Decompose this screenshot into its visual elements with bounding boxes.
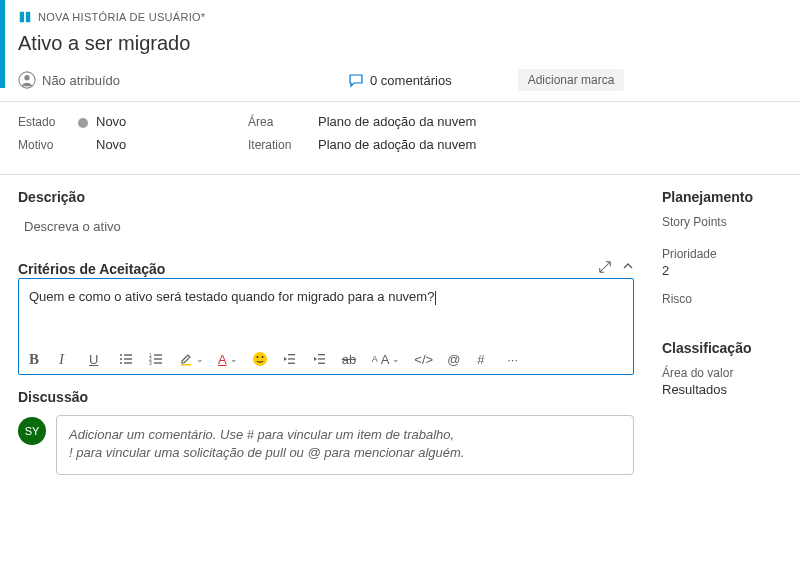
strikethrough-button[interactable]: ab (342, 352, 358, 367)
svg-point-18 (256, 356, 258, 358)
mention-button[interactable]: @ (447, 352, 463, 367)
person-icon (18, 71, 36, 89)
more-button[interactable]: ··· (507, 352, 523, 367)
book-icon (18, 10, 32, 24)
svg-rect-5 (124, 354, 132, 355)
svg-point-3 (24, 75, 29, 80)
bold-button[interactable]: B (29, 351, 45, 368)
svg-rect-11 (154, 354, 162, 355)
reason-field[interactable]: Novo (78, 137, 248, 152)
svg-point-6 (120, 358, 122, 360)
state-value: Novo (96, 114, 126, 129)
chevron-up-icon[interactable] (622, 260, 634, 274)
iteration-field[interactable]: Plano de adoção da nuvem (318, 137, 800, 152)
expand-icon[interactable] (598, 260, 612, 274)
font-size-button[interactable]: AA⌄ (372, 352, 401, 367)
svg-rect-15 (154, 362, 162, 363)
avatar: SY (18, 417, 46, 445)
comment-input[interactable]: Adicionar um comentário. Use # para vinc… (56, 415, 634, 475)
work-item-title[interactable]: Ativo a ser migrado (18, 32, 800, 55)
priority-label: Prioridade (662, 247, 782, 261)
font-color-button[interactable]: A ⌄ (218, 352, 238, 367)
svg-rect-24 (318, 358, 325, 359)
svg-rect-21 (288, 358, 295, 359)
comment-placeholder: Adicionar um comentário. Use # para vinc… (69, 427, 464, 460)
svg-rect-1 (26, 12, 30, 23)
accent-bar (0, 0, 5, 88)
svg-rect-25 (318, 363, 325, 364)
comments-count: 0 comentários (370, 73, 452, 88)
assignee-field[interactable]: Não atribuído (18, 71, 342, 89)
description-input[interactable]: Descreva o ativo (18, 215, 634, 238)
acceptance-editor[interactable]: Quem e como o ativo será testado quando … (18, 278, 634, 375)
svg-rect-7 (124, 358, 132, 359)
svg-point-4 (120, 354, 122, 356)
work-item-type: NOVA HISTÓRIA DE USUÁRIO* (38, 11, 205, 23)
highlight-button[interactable]: ⌄ (179, 352, 204, 366)
hash-button[interactable]: # (477, 352, 493, 367)
state-field[interactable]: Novo (78, 114, 248, 129)
svg-rect-13 (154, 358, 162, 359)
svg-rect-23 (318, 354, 325, 355)
acceptance-text[interactable]: Quem e como o ativo será testado quando … (19, 279, 633, 345)
story-points-label: Story Points (662, 215, 782, 229)
italic-button[interactable]: I (59, 351, 75, 368)
indent-button[interactable] (312, 352, 328, 366)
comment-icon (348, 72, 364, 88)
svg-rect-20 (288, 354, 295, 355)
assignee-label: Não atribuído (42, 73, 120, 88)
discussion-title: Discussão (18, 389, 634, 405)
svg-rect-16 (181, 364, 191, 366)
svg-rect-22 (288, 363, 295, 364)
svg-point-8 (120, 362, 122, 364)
editor-toolbar: B I U 123 ⌄ A ⌄ (19, 345, 633, 374)
area-label: Área (248, 115, 318, 129)
svg-point-17 (253, 352, 267, 366)
acceptance-title: Critérios de Aceitação (18, 261, 165, 277)
meta-grid: Estado Novo Área Plano de adoção da nuve… (0, 102, 800, 164)
work-item-header: NOVA HISTÓRIA DE USUÁRIO* Ativo a ser mi… (0, 0, 800, 91)
svg-point-19 (261, 356, 263, 358)
iteration-label: Iteration (248, 138, 318, 152)
state-dot-icon (78, 118, 88, 128)
priority-field[interactable]: 2 (662, 263, 782, 278)
code-button[interactable]: </> (414, 352, 433, 367)
emoji-button[interactable] (252, 351, 268, 367)
comments-link[interactable]: 0 comentários (348, 72, 452, 88)
state-label: Estado (18, 115, 78, 129)
svg-text:3: 3 (149, 360, 152, 366)
bullet-list-button[interactable] (119, 352, 135, 366)
value-area-label: Área do valor (662, 366, 782, 380)
area-field[interactable]: Plano de adoção da nuvem (318, 114, 800, 129)
svg-rect-9 (124, 362, 132, 363)
value-area-field[interactable]: Resultados (662, 382, 782, 397)
reason-label: Motivo (18, 138, 78, 152)
planning-title: Planejamento (662, 189, 782, 205)
svg-rect-0 (20, 12, 24, 23)
risk-label: Risco (662, 292, 782, 306)
classification-title: Classificação (662, 340, 782, 356)
numbered-list-button[interactable]: 123 (149, 352, 165, 366)
reason-value: Novo (96, 137, 126, 152)
description-title: Descrição (18, 189, 634, 205)
outdent-button[interactable] (282, 352, 298, 366)
add-tag-button[interactable]: Adicionar marca (518, 69, 625, 91)
underline-button[interactable]: U (89, 352, 105, 367)
